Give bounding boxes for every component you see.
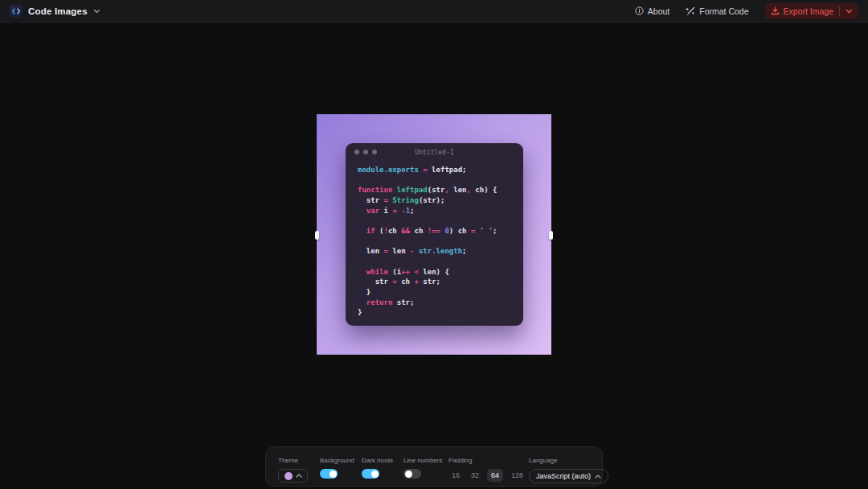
resize-handle-right[interactable]: [549, 231, 553, 240]
code-line: var i = -1;: [358, 206, 511, 216]
code-line: [358, 216, 511, 226]
padding-control-group: Padding 163264128: [448, 457, 526, 482]
language-select[interactable]: JavaScript (auto): [529, 469, 608, 483]
export-options-chevron-down-icon[interactable]: [845, 9, 853, 14]
code-window[interactable]: Untitled-1 module.exports = leftpad; fun…: [346, 143, 523, 326]
padding-label: Padding: [448, 457, 526, 464]
code-line: while (i++ < len) {: [358, 267, 511, 277]
app-logo-icon: [10, 5, 23, 18]
theme-control-group: Theme: [278, 457, 308, 483]
settings-toolbar: Theme Background Dark mode Line numbers …: [265, 446, 603, 487]
info-icon: [635, 6, 644, 15]
code-line: if (!ch && ch !== 0) ch = ' ';: [358, 226, 511, 236]
padding-options: 163264128: [448, 469, 526, 482]
code-editor[interactable]: module.exports = leftpad; function leftp…: [346, 161, 523, 324]
padding-option-32[interactable]: 32: [468, 469, 482, 482]
code-line: str = ch + str;: [358, 277, 511, 287]
line-numbers-toggle[interactable]: [403, 469, 421, 479]
format-code-button[interactable]: Format Code: [686, 6, 748, 16]
code-line: }: [358, 307, 511, 318]
code-line: len = len - str.length;: [358, 246, 511, 257]
export-image-label: Export Image: [784, 6, 833, 16]
background-toggle[interactable]: [320, 469, 338, 479]
line-numbers-label: Line numbers: [403, 457, 442, 464]
padding-option-64[interactable]: 64: [487, 469, 503, 482]
app-menu[interactable]: Code Images: [10, 5, 100, 18]
export-image-button[interactable]: Export Image: [765, 3, 858, 19]
theme-chevron-up-icon: [296, 474, 302, 478]
code-line: module.exports = leftpad;: [358, 165, 511, 175]
code-line: function leftpad(str, len, ch) {: [358, 185, 511, 195]
code-line: [358, 236, 511, 247]
app-title: Code Images: [28, 6, 88, 16]
line-numbers-control-group: Line numbers: [403, 457, 442, 479]
code-line: [358, 175, 511, 186]
theme-color-swatch: [285, 472, 293, 480]
padding-option-128[interactable]: 128: [508, 469, 526, 482]
dark-mode-label: Dark mode: [362, 457, 393, 464]
code-line: str = String(str);: [358, 195, 511, 206]
theme-label: Theme: [278, 457, 308, 464]
background-label: Background: [320, 457, 354, 464]
language-value: JavaScript (auto): [536, 472, 591, 480]
code-window-titlebar: Untitled-1: [346, 143, 523, 161]
code-line: [358, 257, 511, 267]
language-label: Language: [529, 457, 608, 464]
code-line: return str;: [358, 298, 511, 308]
about-button[interactable]: About: [635, 6, 669, 16]
language-chevron-up-icon: [595, 475, 601, 479]
background-control-group: Background: [320, 457, 354, 479]
download-icon: [771, 6, 780, 15]
dark-mode-control-group: Dark mode: [362, 457, 393, 479]
resize-handle-left[interactable]: [315, 231, 319, 240]
padding-option-16[interactable]: 16: [448, 469, 463, 482]
magic-wand-icon: [686, 6, 695, 16]
export-button-divider: [839, 6, 840, 16]
theme-picker[interactable]: [278, 469, 308, 483]
top-bar: Code Images About Format Code: [0, 0, 868, 23]
language-control-group: Language JavaScript (auto): [529, 457, 608, 483]
about-label: About: [648, 6, 669, 16]
image-canvas-frame[interactable]: Untitled-1 module.exports = leftpad; fun…: [317, 114, 551, 355]
format-code-label: Format Code: [699, 6, 748, 16]
dark-mode-toggle[interactable]: [362, 469, 379, 479]
code-line: }: [358, 287, 511, 298]
app-menu-chevron-down-icon: [93, 9, 100, 14]
file-title[interactable]: Untitled-1: [346, 149, 523, 156]
